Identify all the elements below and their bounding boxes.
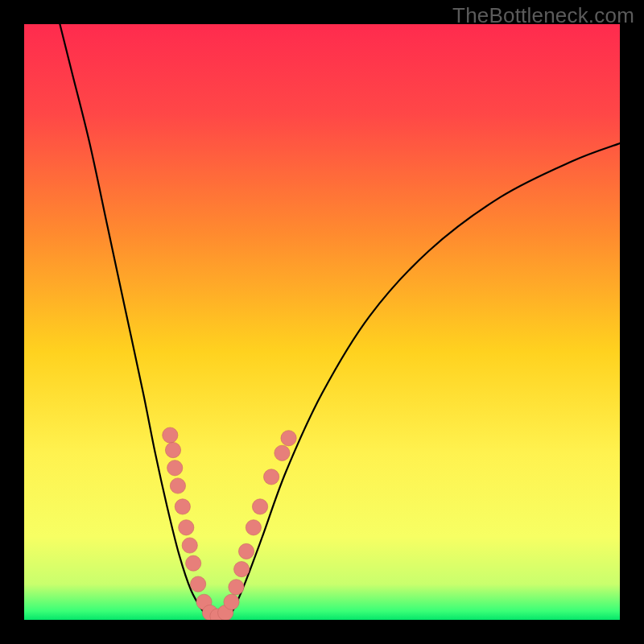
data-marker: [281, 431, 296, 446]
data-marker: [246, 520, 261, 535]
data-marker: [229, 580, 244, 595]
curve-layer: [24, 24, 620, 620]
data-marker: [263, 469, 279, 485]
data-marker: [167, 460, 183, 476]
watermark-text: TheBottleneck.com: [452, 3, 634, 28]
data-marker: [165, 442, 180, 457]
data-marker: [186, 555, 201, 571]
data-marker: [252, 499, 267, 514]
data-marker: [182, 538, 197, 553]
data-marker: [224, 594, 239, 609]
data-marker: [238, 543, 254, 559]
plot-area: [24, 24, 620, 620]
data-markers: [163, 427, 296, 620]
data-marker: [175, 499, 190, 514]
data-marker: [275, 445, 290, 460]
bottleneck-curve: [60, 24, 620, 619]
chart-frame: TheBottleneck.com: [0, 0, 644, 644]
data-marker: [163, 427, 178, 443]
data-marker: [170, 478, 185, 493]
data-marker: [233, 561, 249, 576]
data-marker: [179, 520, 194, 535]
data-marker: [190, 576, 205, 592]
